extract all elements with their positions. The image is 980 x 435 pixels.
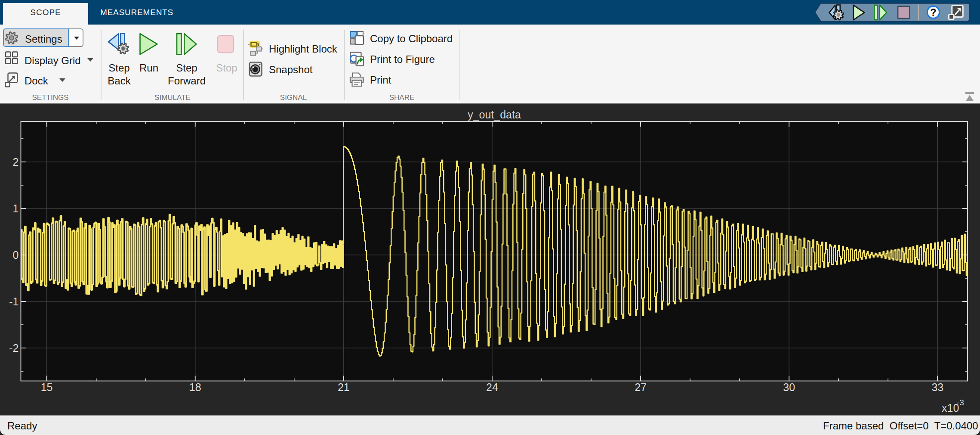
svg-text:24: 24 <box>486 381 498 393</box>
svg-text:?: ? <box>930 7 936 18</box>
svg-text:30: 30 <box>783 381 795 393</box>
svg-text:33: 33 <box>931 381 943 393</box>
svg-text:2: 2 <box>13 156 19 168</box>
svg-text:-1: -1 <box>9 295 18 308</box>
svg-text:y_out_data: y_out_data <box>468 109 521 121</box>
svg-text:21: 21 <box>338 381 350 393</box>
svg-text:-2: -2 <box>9 342 18 354</box>
svg-text:0: 0 <box>13 249 19 261</box>
svg-text:1: 1 <box>13 202 19 214</box>
svg-text:15: 15 <box>41 381 53 393</box>
svg-text:18: 18 <box>189 381 201 393</box>
svg-text:-3: -3 <box>957 398 964 407</box>
svg-text:27: 27 <box>635 381 647 393</box>
